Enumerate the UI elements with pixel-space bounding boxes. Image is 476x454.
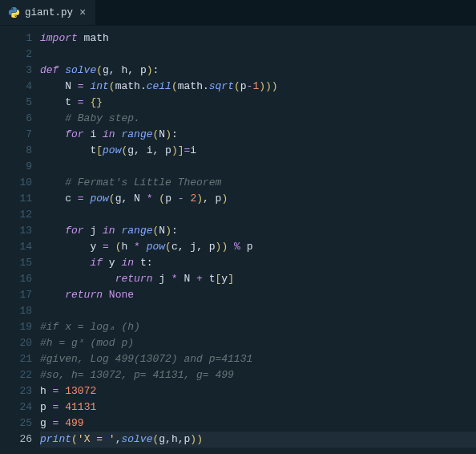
code-line[interactable]: # Baby step.	[40, 111, 476, 127]
editor: 1234567891011121314151617181920212223242…	[0, 26, 476, 454]
line-number: 6	[0, 111, 32, 127]
line-number: 13	[0, 223, 32, 239]
code-line[interactable]: t = {}	[40, 95, 476, 111]
close-icon[interactable]: ×	[78, 6, 87, 20]
code-line[interactable]: return None	[40, 287, 476, 303]
line-number: 3	[0, 63, 32, 79]
line-number: 4	[0, 79, 32, 95]
code-line[interactable]: N = int(math.ceil(math.sqrt(p-1)))	[40, 79, 476, 95]
line-number: 12	[0, 207, 32, 223]
line-number: 2	[0, 47, 32, 63]
code-line[interactable]: print('X = ',solve(g,h,p))	[40, 432, 476, 448]
code-line[interactable]: # Fermat's Little Theorem	[40, 175, 476, 191]
code-line[interactable]: return j * N + t[y]	[40, 271, 476, 287]
line-number: 20	[0, 335, 32, 351]
line-gutter: 1234567891011121314151617181920212223242…	[0, 26, 40, 454]
line-number: 21	[0, 351, 32, 367]
line-number: 14	[0, 239, 32, 255]
line-number: 10	[0, 175, 32, 191]
code-line[interactable]: h = 13072	[40, 383, 476, 399]
code-line[interactable]	[40, 207, 476, 223]
code-line[interactable]	[40, 47, 476, 63]
code-line[interactable]: for i in range(N):	[40, 127, 476, 143]
code-line[interactable]: #h = gˣ (mod p)	[40, 335, 476, 351]
line-number: 9	[0, 159, 32, 175]
code-line[interactable]: y = (h * pow(c, j, p)) % p	[40, 239, 476, 255]
line-number: 24	[0, 399, 32, 415]
line-number: 1	[0, 30, 32, 47]
code-line[interactable]: #if x = logₐ (h)	[40, 319, 476, 335]
code-line[interactable]: c = pow(g, N * (p - 2), p)	[40, 191, 476, 207]
code-line[interactable]: for j in range(N):	[40, 223, 476, 239]
file-tab[interactable]: giant.py ×	[0, 0, 96, 25]
code-line[interactable]: t[pow(g, i, p)]=i	[40, 143, 476, 159]
code-line[interactable]	[40, 303, 476, 319]
line-number: 23	[0, 383, 32, 399]
line-number: 22	[0, 367, 32, 383]
code-line[interactable]: p = 41131	[40, 399, 476, 415]
code-line[interactable]: def solve(g, h, p):	[40, 63, 476, 79]
code-line[interactable]: import math	[40, 30, 476, 47]
line-number: 25	[0, 415, 32, 432]
python-icon	[8, 6, 20, 18]
line-number: 26	[0, 432, 32, 448]
line-number: 7	[0, 127, 32, 143]
code-line[interactable]: #given, Log 499(13072) and p=41131	[40, 351, 476, 367]
line-number: 16	[0, 271, 32, 287]
code-line[interactable]: #so, h= 13072, p= 41131, g= 499	[40, 367, 476, 383]
line-number: 17	[0, 287, 32, 303]
line-number: 19	[0, 319, 32, 335]
line-number: 5	[0, 95, 32, 111]
line-number: 15	[0, 255, 32, 271]
line-number: 18	[0, 303, 32, 319]
code-line[interactable]	[40, 159, 476, 175]
line-number: 8	[0, 143, 32, 159]
code-line[interactable]: g = 499	[40, 415, 476, 432]
code-line[interactable]: if y in t:	[40, 255, 476, 271]
line-number: 11	[0, 191, 32, 207]
tab-bar: giant.py ×	[0, 0, 476, 26]
tab-filename: giant.py	[25, 7, 73, 18]
code-area[interactable]: import math def solve(g, h, p): N = int(…	[40, 26, 476, 454]
